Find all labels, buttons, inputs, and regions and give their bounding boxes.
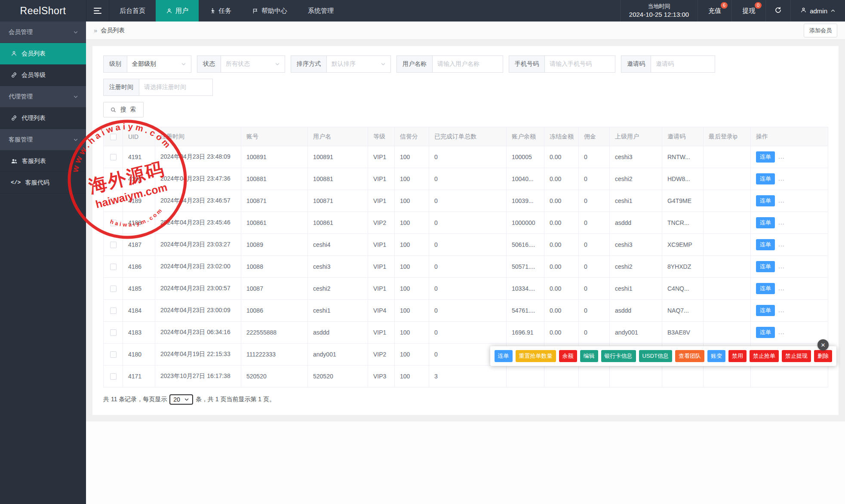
liandan-button[interactable]: 连单 (756, 305, 775, 316)
sidebar-group-1[interactable]: 会员管理 (0, 22, 86, 43)
more-actions-button[interactable]: ... (778, 285, 785, 292)
code-icon: </> (11, 179, 21, 186)
flag-icon (252, 8, 258, 14)
liandan-button[interactable]: 连单 (756, 151, 775, 163)
popup-action-3[interactable]: 余额 (559, 350, 577, 362)
sidebar-group-2[interactable]: 代理管理 (0, 86, 86, 108)
row-checkbox[interactable] (110, 220, 117, 226)
brand-logo[interactable]: ReelShort (0, 0, 86, 22)
row-checkbox[interactable] (110, 307, 117, 314)
sidebar-item-1-1[interactable]: 会员列表 (0, 43, 86, 65)
cell-account: 520520 (241, 366, 308, 387)
liandan-button[interactable]: 连单 (756, 239, 775, 250)
filter-value: 请选择注册时间 (144, 83, 186, 91)
nav-item-1[interactable]: 后台首页 (109, 0, 156, 22)
popup-action-8[interactable]: 账变 (707, 350, 725, 362)
recharge-button[interactable]: 充值 6 (698, 0, 731, 22)
popup-action-6[interactable]: USDT信息 (639, 350, 672, 362)
popup-action-12[interactable]: 删除 (814, 350, 832, 362)
more-actions-button[interactable]: ... (778, 219, 785, 226)
filter-select[interactable]: 所有状态 (221, 55, 285, 73)
sidebar-item-3-1[interactable]: 客服列表 (0, 151, 86, 172)
filter-input[interactable]: 邀请码 (651, 55, 715, 73)
filter-input[interactable]: 请选择注册时间 (139, 79, 213, 96)
search-button[interactable]: 搜 索 (103, 102, 144, 117)
more-actions-button[interactable]: ... (778, 175, 785, 182)
cell-orders: 0 (429, 212, 507, 234)
filter-value: 邀请码 (656, 60, 674, 68)
filter-input[interactable]: 请输入手机号码 (544, 55, 615, 73)
withdraw-button[interactable]: 提现 0 (731, 0, 765, 22)
popup-action-4[interactable]: 编辑 (580, 350, 598, 362)
row-checkbox[interactable] (110, 176, 117, 182)
close-icon[interactable]: ✕ (817, 339, 829, 350)
more-actions-button[interactable]: ... (778, 263, 785, 270)
cell-credit: 100 (395, 234, 429, 256)
cell-action: 连单... (751, 212, 828, 234)
popup-action-11[interactable]: 禁止提现 (782, 350, 811, 362)
filter-input[interactable]: 请输入用户名称 (432, 55, 503, 73)
popup-action-5[interactable]: 银行卡信息 (601, 350, 636, 362)
page-size-select[interactable]: 20 (169, 394, 193, 405)
refresh-button[interactable] (765, 0, 790, 22)
admin-menu[interactable]: admin (790, 0, 845, 22)
popup-action-10[interactable]: 禁止抢单 (750, 350, 779, 362)
row-checkbox[interactable] (110, 154, 117, 160)
popup-action-9[interactable]: 禁用 (728, 350, 747, 362)
nav-item-3[interactable]: 任务 (199, 0, 242, 22)
nav-item-label: 后台首页 (120, 7, 145, 15)
filter-select[interactable]: 全部级别 (127, 55, 191, 73)
liandan-button[interactable]: 连单 (756, 261, 775, 272)
more-actions-button[interactable]: ... (778, 307, 785, 313)
sidebar-item-2-1[interactable]: 代理列表 (0, 108, 86, 129)
popup-action-7[interactable]: 查看团队 (675, 350, 704, 362)
cell-username: ceshi2 (308, 278, 368, 300)
filter-select[interactable]: 默认排序 (326, 55, 391, 73)
cell-invite (662, 366, 704, 387)
select-all-checkbox[interactable] (110, 134, 117, 140)
filter-label: 邀请码 (621, 55, 651, 73)
cell-orders: 0 (429, 278, 507, 300)
more-actions-button[interactable]: ... (778, 197, 785, 204)
sidebar-toggle-button[interactable] (86, 0, 109, 22)
row-checkbox[interactable] (110, 264, 117, 270)
row-checkbox[interactable] (110, 286, 117, 292)
chevron-down-icon (73, 30, 78, 35)
liandan-button[interactable]: 连单 (756, 283, 775, 294)
cell-reg_time: 2024年04月23日 23:48:09 (155, 146, 241, 168)
row-checkbox[interactable] (110, 242, 117, 248)
popup-action-2[interactable]: 重置抢单数量 (516, 350, 556, 362)
table-header-6: 信誉分 (395, 127, 429, 146)
row-checkbox[interactable] (110, 373, 117, 380)
more-actions-button[interactable]: ... (778, 153, 785, 160)
liandan-button[interactable]: 连单 (756, 195, 775, 206)
row-checkbox[interactable] (110, 198, 117, 204)
nav-item-2[interactable]: 用户 (156, 0, 199, 22)
cell-balance: 50616.... (507, 234, 544, 256)
filter-value: 所有状态 (226, 60, 250, 68)
nav-item-4[interactable]: 帮助中心 (242, 0, 298, 22)
cell-credit: 100 (395, 300, 429, 322)
sidebar-item-3-2[interactable]: </>客服代码 (0, 172, 86, 194)
row-checkbox-cell (104, 234, 123, 256)
cell-balance: 50571.... (507, 256, 544, 278)
liandan-button[interactable]: 连单 (756, 173, 775, 184)
row-checkbox[interactable] (110, 329, 117, 336)
cell-credit: 100 (395, 146, 429, 168)
sidebar-group-3[interactable]: 客服管理 (0, 129, 86, 151)
more-actions-button[interactable]: ... (778, 241, 785, 248)
cell-uid: 4184 (123, 300, 155, 322)
user-icon (166, 8, 172, 14)
nav-item-5[interactable]: 系统管理 (298, 0, 344, 22)
popup-action-1[interactable]: 连单 (495, 350, 513, 362)
more-actions-button[interactable]: ... (778, 329, 785, 335)
nav-item-label: 用户 (175, 7, 188, 15)
add-member-button[interactable]: 添加会员 (804, 24, 837, 37)
sidebar-item-1-2[interactable]: 会员等级 (0, 65, 86, 86)
liandan-button[interactable]: 连单 (756, 327, 775, 338)
cell-reg_time: 2024年04月23日 23:00:09 (155, 300, 241, 322)
liandan-button[interactable]: 连单 (756, 217, 775, 228)
row-checkbox[interactable] (110, 351, 117, 358)
cell-parent: ceshi1 (610, 190, 662, 212)
cell-uid: 4191 (123, 146, 155, 168)
